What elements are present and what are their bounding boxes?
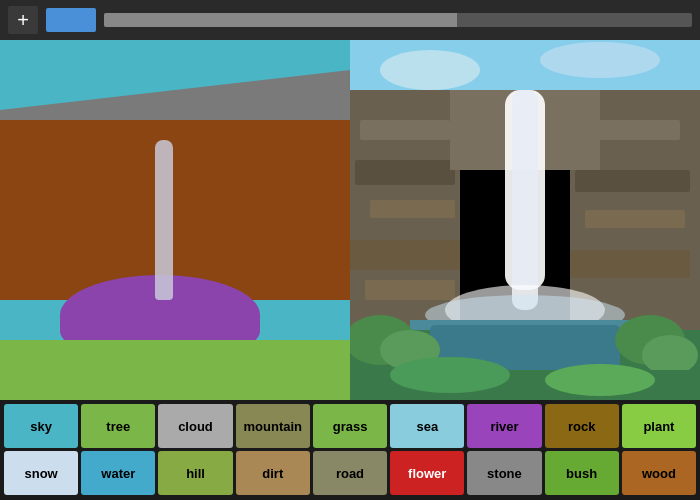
add-icon: + [17, 9, 29, 32]
label-btn-snow[interactable]: snow [4, 451, 78, 495]
svg-point-28 [390, 357, 510, 393]
svg-rect-11 [575, 170, 690, 192]
photo-panel [350, 40, 700, 400]
earth-layer [0, 120, 350, 300]
waterfall-photo [350, 40, 700, 400]
label-btn-water[interactable]: water [81, 451, 155, 495]
label-row-1: skytreecloudmountaingrassseariverrockpla… [0, 404, 700, 448]
label-btn-tree[interactable]: tree [81, 404, 155, 448]
svg-rect-13 [570, 250, 690, 278]
svg-rect-5 [355, 160, 455, 185]
svg-point-1 [380, 50, 480, 90]
label-btn-grass[interactable]: grass [313, 404, 387, 448]
label-btn-hill[interactable]: hill [158, 451, 232, 495]
svg-point-29 [545, 364, 655, 396]
label-btn-flower[interactable]: flower [390, 451, 464, 495]
progress-bar [104, 13, 457, 27]
labels-area: skytreecloudmountaingrassseariverrockpla… [0, 400, 700, 500]
waterfall-drawing [155, 140, 173, 300]
add-button[interactable]: + [8, 6, 38, 34]
drawing-panel[interactable] [0, 40, 350, 400]
label-btn-cloud[interactable]: cloud [158, 404, 232, 448]
svg-point-26 [642, 335, 698, 375]
label-btn-stone[interactable]: stone [467, 451, 541, 495]
svg-rect-6 [370, 200, 455, 218]
toolbar: + [0, 0, 700, 40]
label-btn-rock[interactable]: rock [545, 404, 619, 448]
label-btn-wood[interactable]: wood [622, 451, 696, 495]
label-btn-sea[interactable]: sea [390, 404, 464, 448]
svg-rect-16 [512, 90, 538, 310]
progress-bar-container [104, 13, 692, 27]
svg-rect-8 [365, 280, 455, 300]
label-btn-road[interactable]: road [313, 451, 387, 495]
svg-rect-12 [585, 210, 685, 228]
svg-rect-4 [360, 120, 450, 140]
color-preview[interactable] [46, 8, 96, 32]
svg-point-2 [540, 42, 660, 78]
label-row-2: snowwaterhilldirtroadflowerstonebushwood [0, 451, 700, 495]
label-btn-bush[interactable]: bush [545, 451, 619, 495]
main-content [0, 40, 700, 400]
svg-rect-7 [350, 240, 460, 270]
label-btn-dirt[interactable]: dirt [236, 451, 310, 495]
label-btn-mountain[interactable]: mountain [236, 404, 311, 448]
label-btn-plant[interactable]: plant [622, 404, 696, 448]
grass-layer [0, 340, 350, 400]
label-btn-sky[interactable]: sky [4, 404, 78, 448]
label-btn-river[interactable]: river [467, 404, 541, 448]
